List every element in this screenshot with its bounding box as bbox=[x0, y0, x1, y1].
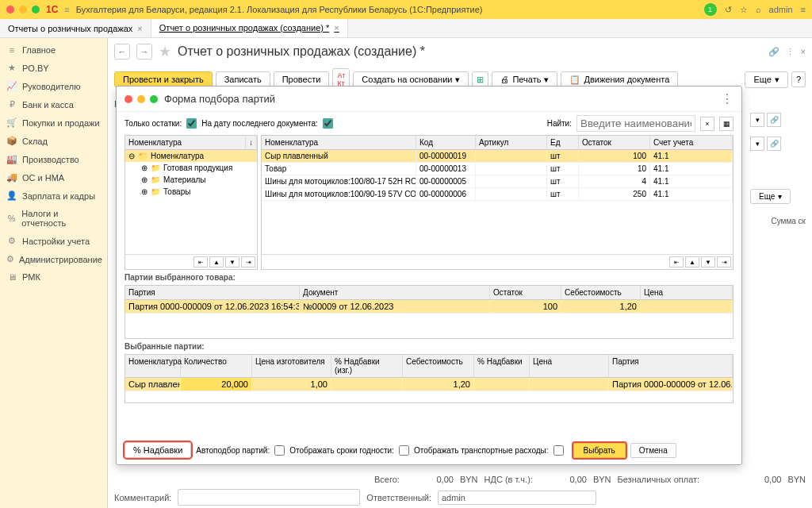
post-button[interactable]: Провести bbox=[274, 71, 330, 87]
link-button[interactable]: 🔗 bbox=[767, 113, 781, 127]
transport-checkbox[interactable] bbox=[553, 445, 564, 456]
only-stock-checkbox[interactable] bbox=[186, 118, 197, 129]
nav-forward-button[interactable]: → bbox=[136, 44, 152, 60]
up-button[interactable]: ▲ bbox=[685, 256, 699, 267]
col-article[interactable]: Артикул bbox=[476, 136, 547, 149]
markup-button[interactable]: % Надбавки bbox=[124, 442, 191, 458]
sidebar-item-warehouse[interactable]: 📦Склад bbox=[0, 132, 107, 150]
user-icon: 👤 bbox=[6, 190, 17, 201]
item-row[interactable]: Товар00-00000013шт1041.1 bbox=[262, 163, 733, 175]
sidebar-item-poby[interactable]: ★PO.BY bbox=[0, 59, 107, 77]
window-traffic-lights[interactable] bbox=[6, 6, 40, 13]
sidebar-item-taxes[interactable]: %Налоги и отчетность bbox=[0, 205, 107, 232]
barcode-button[interactable]: ▦ bbox=[719, 117, 733, 131]
nav-back-button[interactable]: ← bbox=[114, 44, 130, 60]
col-code[interactable]: Код bbox=[416, 136, 476, 149]
sidebar-item-salary[interactable]: 👤Зарплата и кадры bbox=[0, 187, 107, 205]
last-doc-checkbox[interactable] bbox=[323, 118, 333, 129]
notification-badge[interactable]: 1 bbox=[704, 3, 717, 16]
sidebar-item-production[interactable]: 🏭Производство bbox=[0, 150, 107, 168]
link-button[interactable]: 🔗 bbox=[767, 137, 781, 151]
page-title: Отчет о розничных продажах (создание) * bbox=[178, 44, 425, 59]
nomenclature-tree-panel: Номенклатура↓ ⊖📁Номенклатура ⊕📁Готовая п… bbox=[124, 135, 258, 270]
first-button[interactable]: ⇤ bbox=[193, 256, 208, 267]
close-icon[interactable]: × bbox=[334, 23, 339, 33]
box-icon: 📦 bbox=[6, 136, 17, 146]
folder-icon: 📁 bbox=[151, 164, 160, 172]
col-name[interactable]: Номенклатура bbox=[262, 136, 416, 149]
post-and-close-button[interactable]: Провести и закрыть bbox=[114, 71, 213, 87]
nav-button[interactable]: ▾ bbox=[750, 137, 764, 151]
items-grid-panel: Номенклатура Код Артикул Ед Остаток Счет… bbox=[261, 135, 733, 270]
sidebar-item-main[interactable]: ≡Главное bbox=[0, 41, 107, 59]
batch-row[interactable]: Партия 0000-000009 от 12.06.2023 16:54:3… bbox=[125, 300, 733, 314]
tree-item-root[interactable]: ⊖📁Номенклатура bbox=[125, 150, 257, 162]
home-icon: ≡ bbox=[6, 45, 17, 55]
sidebar-item-assets[interactable]: 🚚ОС и НМА bbox=[0, 168, 107, 187]
search-input[interactable] bbox=[576, 115, 695, 132]
col-account[interactable]: Счет учета bbox=[650, 136, 733, 149]
favorite-star-icon[interactable]: ★ bbox=[159, 43, 171, 60]
sidebar-item-bank[interactable]: ₽Банк и касса bbox=[0, 95, 107, 114]
down-button[interactable]: ▼ bbox=[701, 256, 715, 267]
item-row[interactable]: Шины для мотоциклов:100/90-19 57V COBRA … bbox=[262, 188, 733, 201]
app-title: Бухгалтерия для Беларуси, редакция 2.1. … bbox=[76, 5, 698, 14]
item-row[interactable]: Сыр плавленный00-00000019шт10041.1 bbox=[262, 150, 733, 163]
close-icon[interactable]: × bbox=[801, 47, 806, 57]
up-button[interactable]: ▲ bbox=[209, 256, 224, 267]
folder-icon: 📁 bbox=[138, 152, 147, 160]
sidebar-item-manager[interactable]: 📈Руководителю bbox=[0, 77, 107, 95]
item-row[interactable]: Шины для мотоциклов:100/80-17 52H ROADRI… bbox=[262, 175, 733, 188]
down-button[interactable]: ▼ bbox=[225, 256, 239, 267]
select-button[interactable]: Выбрать bbox=[573, 443, 626, 458]
ruble-icon: ₽ bbox=[6, 99, 17, 110]
chosen-row[interactable]: Сыр плавленн... 20,000 1,00 1,20 Партия … bbox=[125, 378, 733, 391]
tab-reports-list[interactable]: Отчеты о розничных продажах× bbox=[0, 19, 151, 37]
menu-icon[interactable]: ≡ bbox=[801, 5, 806, 14]
write-button[interactable]: Записать bbox=[216, 71, 270, 87]
modal-title: Форма подбора партий bbox=[164, 93, 275, 105]
modal-menu-icon[interactable]: ⋮ bbox=[721, 91, 733, 106]
document-tabs: Отчеты о розничных продажах× Отчет о роз… bbox=[0, 19, 812, 38]
more-button[interactable]: Еще ▾ bbox=[750, 189, 791, 204]
user-label[interactable]: admin bbox=[769, 5, 793, 14]
clear-search-button[interactable]: × bbox=[700, 117, 714, 131]
hamburger-icon[interactable]: ≡ bbox=[64, 5, 69, 14]
sidebar-item-sales[interactable]: 🛒Покупки и продажи bbox=[0, 114, 107, 132]
tab-report-create[interactable]: Отчет о розничных продажах (создание) *× bbox=[151, 19, 348, 37]
sidebar-item-settings[interactable]: ⚙Настройки учета bbox=[0, 232, 107, 250]
responsible-input[interactable]: admin bbox=[438, 491, 596, 505]
comment-input[interactable] bbox=[178, 489, 360, 506]
sidebar-item-rmk[interactable]: 🖥РМК bbox=[0, 268, 107, 286]
history-icon[interactable]: ↺ bbox=[725, 5, 732, 15]
cashless-value: 0,00 bbox=[733, 475, 781, 484]
nav-button[interactable]: ▾ bbox=[750, 113, 764, 127]
more-icon[interactable]: ⋮ bbox=[786, 47, 795, 57]
tree-item[interactable]: ⊕📁Материалы bbox=[125, 174, 257, 186]
cancel-button[interactable]: Отмена bbox=[630, 443, 676, 458]
truck-icon: 🚚 bbox=[6, 172, 17, 183]
favorite-icon[interactable]: ☆ bbox=[740, 5, 748, 15]
col-stock[interactable]: Остаток bbox=[579, 136, 650, 149]
autopick-checkbox[interactable] bbox=[274, 445, 285, 456]
expiry-checkbox[interactable] bbox=[399, 445, 409, 456]
vat-value: 0,00 bbox=[539, 475, 587, 484]
transport-label: Отображать транспортные расходы: bbox=[414, 446, 549, 455]
percent-icon: % bbox=[6, 214, 17, 223]
search-icon[interactable]: ⌕ bbox=[756, 5, 761, 14]
more-button[interactable]: Еще ▾ bbox=[745, 71, 787, 88]
sidebar-item-admin[interactable]: ⚙Администрирование bbox=[0, 250, 107, 268]
help-button[interactable]: ? bbox=[791, 71, 806, 87]
sum-sk-label: Сумма ск bbox=[750, 217, 806, 225]
link-icon[interactable]: 🔗 bbox=[768, 47, 779, 57]
tree-item[interactable]: ⊕📁Товары bbox=[125, 186, 257, 198]
responsible-label: Ответственный: bbox=[366, 493, 431, 502]
only-stock-label: Только остатки: bbox=[124, 119, 182, 128]
tree-item[interactable]: ⊕📁Готовая продукция bbox=[125, 162, 257, 174]
last-button[interactable]: ⇥ bbox=[241, 256, 255, 267]
close-icon[interactable]: × bbox=[137, 24, 142, 33]
first-button[interactable]: ⇤ bbox=[669, 256, 684, 267]
selected-batches-label: Партии выбранного товара: bbox=[117, 270, 741, 285]
last-button[interactable]: ⇥ bbox=[717, 256, 731, 267]
col-unit[interactable]: Ед bbox=[547, 136, 579, 149]
